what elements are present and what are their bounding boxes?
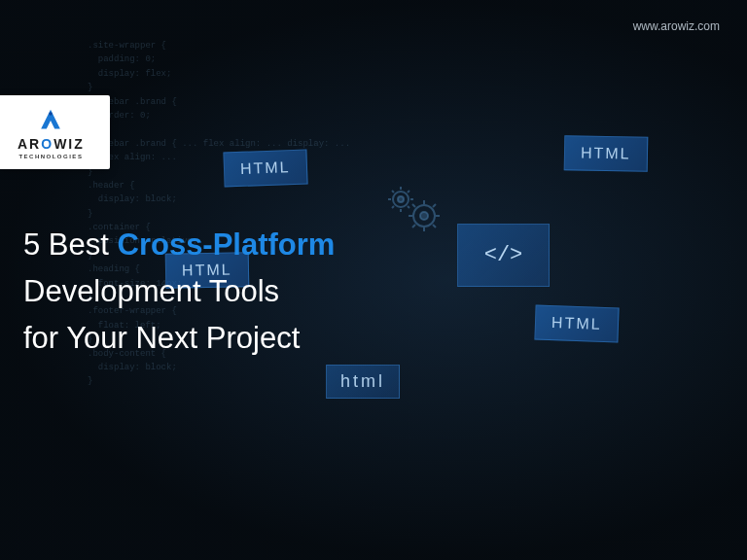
- logo-name: AROWIZ: [18, 136, 85, 152]
- svg-point-4: [50, 112, 53, 116]
- headline-highlight: Cross-Platform: [118, 228, 336, 262]
- arowiz-logo-icon: [37, 107, 64, 134]
- html-badge: HTML: [223, 150, 307, 188]
- html-badge: HTML: [564, 135, 648, 171]
- headline-line-3: for Your Next Project: [23, 315, 335, 362]
- html-badge-lower: html: [326, 365, 400, 399]
- logo-name-prefix: AR: [18, 136, 41, 152]
- logo-card: AROWIZ TECHNOLOGIES: [0, 95, 110, 169]
- headline-line-2: Development Tools: [23, 268, 335, 315]
- headline-line-1: 5 Best Cross-Platform: [23, 222, 335, 268]
- svg-point-1: [398, 196, 404, 202]
- headline: 5 Best Cross-Platform Development Tools …: [23, 222, 335, 362]
- logo-name-suffix: WIZ: [53, 136, 85, 152]
- gears-icon: [379, 175, 447, 247]
- headline-prefix: 5 Best: [23, 228, 118, 262]
- code-bracket-panel: </>: [457, 224, 550, 287]
- logo-name-accent: O: [41, 136, 53, 152]
- website-url: www.arowiz.com: [633, 19, 720, 33]
- svg-point-3: [420, 212, 428, 220]
- html-badge: HTML: [534, 305, 619, 343]
- logo-tagline: TECHNOLOGIES: [18, 154, 83, 159]
